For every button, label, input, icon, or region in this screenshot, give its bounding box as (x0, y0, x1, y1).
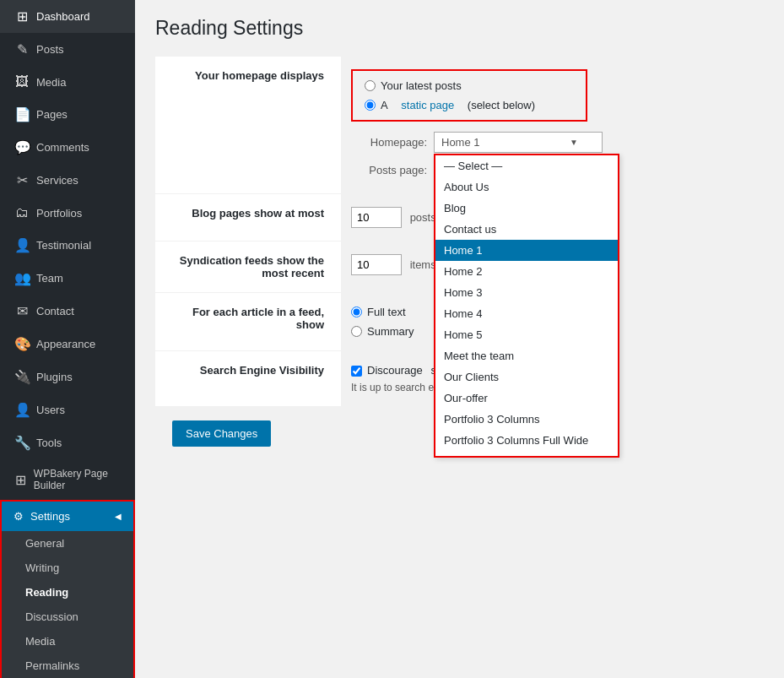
tools-icon: 🔧 (14, 435, 30, 451)
sidebar-item-settings[interactable]: ⚙ Settings ◀ (2, 502, 133, 531)
homepage-select-row: Homepage: Home 1 ▼ — Select —About UsBlo… (351, 132, 754, 153)
static-page-suffix: (select below) (468, 99, 535, 111)
comments-icon: 💬 (14, 139, 30, 155)
posts-icon: ✎ (14, 41, 30, 57)
sidebar-item-posts[interactable]: ✎ Posts (0, 33, 135, 66)
appearance-icon: 🎨 (14, 336, 30, 352)
sidebar-item-team[interactable]: 👥 Team (0, 262, 135, 295)
visibility-label: Search Engine Visibility (155, 351, 341, 407)
radio-latest-posts-row: Your latest posts (365, 79, 574, 92)
dropdown-item[interactable]: Home 1 (435, 240, 618, 261)
services-icon: ✂ (14, 172, 30, 188)
blog-pages-label: Blog pages show at most (155, 194, 341, 241)
homepage-chevron-icon: ▼ (570, 138, 578, 147)
feed-full-label: Full text (367, 306, 406, 318)
visibility-checkbox[interactable] (351, 366, 362, 377)
homepage-dropdown-list[interactable]: — Select —About UsBlogContact usHome 1Ho… (434, 154, 619, 458)
submenu-permalinks[interactable]: Permalinks (2, 654, 133, 678)
homepage-displays-label: Your homepage displays (155, 57, 341, 194)
users-icon: 👤 (14, 402, 30, 418)
posts-page-select-label: Posts page: (351, 164, 427, 176)
syndication-suffix: items (410, 258, 436, 271)
settings-form-table: Your homepage displays Your latest posts… (155, 57, 764, 407)
dashboard-icon: ⊞ (14, 8, 30, 24)
dropdown-item[interactable]: Home 4 (435, 303, 618, 324)
submenu-discussion[interactable]: Discussion (2, 605, 133, 629)
radio-static-page-row: A static page (select below) (365, 99, 574, 111)
radio-static-page[interactable] (365, 100, 376, 111)
sidebar-item-users[interactable]: 👤 Users (0, 393, 135, 426)
dropdown-item[interactable]: Portfolio 4 Columns (435, 451, 618, 458)
homepage-select-label: Homepage: (351, 136, 427, 149)
homepage-selects: Homepage: Home 1 ▼ — Select —About UsBlo… (351, 132, 754, 181)
sidebar-item-tools[interactable]: 🔧 Tools (0, 426, 135, 459)
dropdown-item[interactable]: Meet the team (435, 345, 618, 366)
static-page-link[interactable]: static page (401, 99, 454, 111)
testimonial-icon: 👤 (14, 237, 30, 253)
main-content: Reading Settings Your homepage displays … (135, 0, 784, 678)
dropdown-item[interactable]: Portfolio 3 Columns Full Wide (435, 430, 618, 451)
plugins-icon: 🔌 (14, 369, 30, 385)
homepage-displays-row: Your homepage displays Your latest posts… (155, 57, 764, 194)
sidebar: ⊞ Dashboard ✎ Posts 🖼 Media 📄 Pages 💬 Co… (0, 0, 135, 678)
blog-pages-suffix: posts (410, 211, 436, 224)
blog-pages-input[interactable] (351, 207, 402, 228)
syndication-label: Syndication feeds show the most recent (155, 241, 341, 293)
pages-icon: 📄 (14, 106, 30, 122)
radio-latest-posts[interactable] (365, 80, 376, 91)
portfolios-icon: 🗂 (14, 205, 30, 220)
media-icon: 🖼 (14, 74, 30, 89)
homepage-selected-value: Home 1 (441, 136, 480, 149)
settings-submenu: General Writing Reading Discussion Media… (2, 531, 133, 678)
dropdown-item[interactable]: Contact us (435, 219, 618, 240)
settings-section: ⚙ Settings ◀ General Writing Reading Dis… (0, 500, 135, 678)
team-icon: 👥 (14, 270, 30, 286)
submenu-general[interactable]: General (2, 531, 133, 556)
dropdown-item[interactable]: About Us (435, 176, 618, 198)
sidebar-item-dashboard[interactable]: ⊞ Dashboard (0, 0, 135, 33)
sidebar-item-services[interactable]: ✂ Services (0, 164, 135, 197)
homepage-displays-box: Your latest posts A static page (select … (351, 69, 587, 122)
dropdown-item[interactable]: Portfolio 3 Columns (435, 409, 618, 430)
visibility-text: Discourage (367, 364, 423, 377)
save-changes-button[interactable]: Save Changes (172, 420, 271, 447)
dropdown-item[interactable]: Blog (435, 198, 618, 219)
page-title: Reading Settings (155, 17, 764, 40)
feed-summary-label: Summary (367, 325, 414, 338)
submenu-reading[interactable]: Reading (2, 580, 133, 605)
sidebar-item-portfolios[interactable]: 🗂 Portfolios (0, 197, 135, 229)
homepage-dropdown-trigger[interactable]: Home 1 ▼ (434, 132, 603, 153)
submenu-writing[interactable]: Writing (2, 556, 133, 580)
radio-latest-posts-label: Your latest posts (381, 79, 462, 92)
sidebar-item-media[interactable]: 🖼 Media (0, 66, 135, 98)
homepage-dropdown-wrapper: Home 1 ▼ — Select —About UsBlogContact u… (434, 132, 603, 153)
dropdown-item[interactable]: Home 3 (435, 282, 618, 303)
radio-full-text[interactable] (351, 306, 362, 317)
settings-collapse-icon: ◀ (115, 512, 122, 521)
dropdown-item[interactable]: Our-offer (435, 388, 618, 409)
settings-icon: ⚙ (14, 510, 24, 523)
radio-static-page-label: A (381, 99, 388, 111)
sidebar-item-pages[interactable]: 📄 Pages (0, 98, 135, 131)
dropdown-item[interactable]: Home 2 (435, 261, 618, 282)
contact-icon: ✉ (14, 303, 30, 319)
homepage-displays-cell: Your latest posts A static page (select … (341, 57, 764, 194)
sidebar-item-contact[interactable]: ✉ Contact (0, 295, 135, 328)
dropdown-item[interactable]: Our Clients (435, 366, 618, 388)
sidebar-item-comments[interactable]: 💬 Comments (0, 131, 135, 164)
feed-article-label: For each article in a feed, show (155, 293, 341, 351)
sidebar-item-plugins[interactable]: 🔌 Plugins (0, 361, 135, 393)
submenu-media[interactable]: Media (2, 629, 133, 654)
sidebar-item-wpbakery[interactable]: ⊞ WPBakery Page Builder (0, 459, 135, 500)
sidebar-item-testimonial[interactable]: 👤 Testimonial (0, 229, 135, 262)
dropdown-item[interactable]: — Select — (435, 155, 618, 176)
syndication-input[interactable] (351, 254, 402, 275)
wpbakery-icon: ⊞ (14, 472, 27, 488)
sidebar-item-appearance[interactable]: 🎨 Appearance (0, 328, 135, 361)
dropdown-item[interactable]: Home 5 (435, 324, 618, 345)
radio-summary[interactable] (351, 326, 362, 337)
